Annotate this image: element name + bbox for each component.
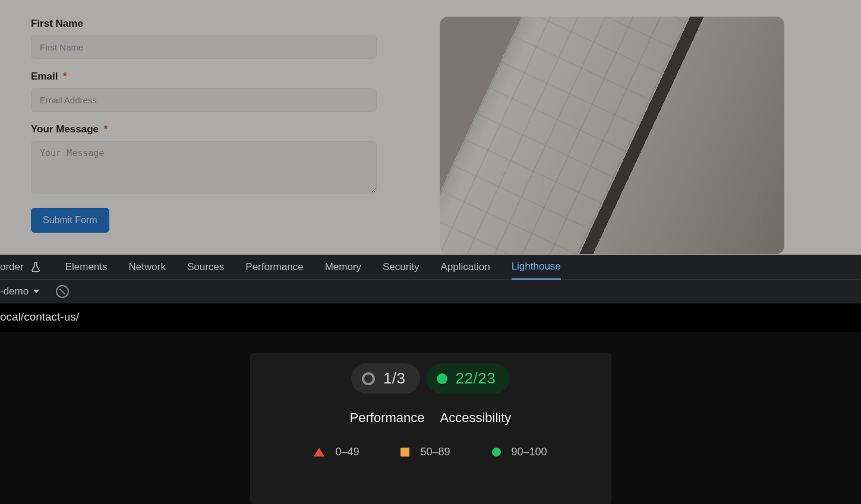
first-name-label: First Name [31, 18, 380, 30]
score-row: 1/3 22/23 [351, 363, 510, 394]
ring-icon [362, 372, 375, 385]
accessibility-score-pill[interactable]: 22/23 [426, 363, 510, 394]
category-performance[interactable]: Performance [350, 410, 425, 426]
legend-high-text: 90–100 [512, 446, 547, 458]
category-row: Performance Accessibility [350, 410, 512, 426]
score-legend: 0–49 50–89 90–100 [314, 446, 547, 458]
email-label: Email * [31, 71, 380, 83]
hero-image-column [416, 0, 861, 255]
tab-performance[interactable]: Performance [245, 255, 303, 279]
legend-low-text: 0–49 [335, 446, 359, 458]
leading-text: order [0, 261, 24, 273]
tab-elements[interactable]: Elements [65, 255, 108, 279]
report-card: 1/3 22/23 Performance Accessibility 0–49 [250, 353, 611, 504]
required-mark: * [63, 71, 67, 82]
square-orange-icon [400, 448, 409, 457]
dropdown-text: -demo [0, 286, 29, 297]
label-text: First Name [31, 18, 83, 29]
first-name-field: First Name [31, 18, 380, 59]
report-dropdown[interactable]: -demo [0, 286, 39, 297]
legend-low: 0–49 [314, 446, 359, 458]
contact-form: First Name Email * Your Message * Submit… [0, 0, 416, 255]
email-input[interactable] [31, 88, 377, 112]
dot-green-icon [437, 373, 447, 384]
tab-network[interactable]: Network [129, 255, 166, 279]
legend-mid-text: 50–89 [420, 446, 450, 458]
performance-score-text: 1/3 [383, 369, 406, 388]
email-field: Email * [31, 71, 380, 112]
message-label: Your Message * [31, 123, 380, 135]
submit-button[interactable]: Submit Form [31, 208, 109, 233]
experiments-icon[interactable] [30, 261, 42, 273]
tab-memory[interactable]: Memory [325, 255, 361, 279]
clear-icon[interactable] [56, 285, 69, 298]
message-textarea[interactable] [31, 141, 377, 194]
dot-green-icon [492, 448, 501, 457]
tab-sources[interactable]: Sources [187, 255, 224, 279]
devtools-tabbar: order Elements Network Sources Performan… [0, 255, 861, 280]
devtools-leading: order [0, 261, 44, 273]
legend-mid: 50–89 [400, 446, 450, 458]
accessibility-score-text: 22/23 [456, 369, 496, 388]
category-accessibility[interactable]: Accessibility [440, 410, 512, 426]
tab-security[interactable]: Security [383, 255, 419, 279]
tab-lighthouse[interactable]: Lighthouse [512, 255, 561, 280]
webpage-viewport: First Name Email * Your Message * Submit… [0, 0, 861, 255]
performance-score-pill[interactable]: 1/3 [351, 363, 420, 394]
tab-application[interactable]: Application [440, 255, 490, 279]
devtools-panel: order Elements Network Sources Performan… [0, 255, 861, 504]
first-name-input[interactable] [31, 36, 377, 59]
triangle-red-icon [314, 448, 324, 457]
legend-high: 90–100 [492, 446, 547, 458]
report-url: ocal/contact-us/ [0, 303, 861, 332]
message-field: Your Message * [31, 123, 380, 196]
lighthouse-report: 1/3 22/23 Performance Accessibility 0–49 [0, 332, 861, 504]
label-text: Your Message [31, 123, 99, 135]
label-text: Email [31, 71, 58, 82]
devtools-subbar: -demo [0, 280, 861, 303]
hero-image [440, 17, 784, 254]
required-mark: * [104, 123, 108, 135]
chevron-down-icon [33, 290, 39, 293]
